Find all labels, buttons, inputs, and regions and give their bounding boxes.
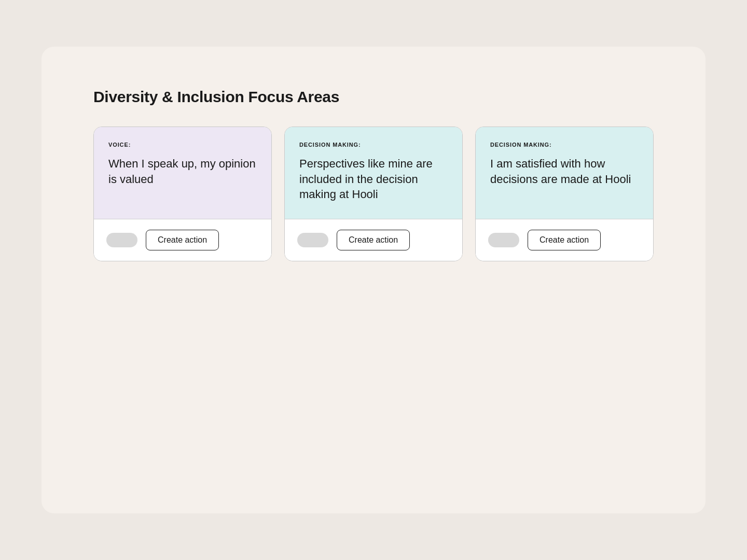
card-top-voice: VOICE: When I speak up, my opinion is va… — [94, 127, 271, 219]
pill-placeholder-decision-2 — [488, 233, 519, 247]
card-category-voice: VOICE: — [108, 142, 257, 148]
create-action-button-decision-2[interactable]: Create action — [528, 230, 601, 250]
card-bottom-voice: Create action — [94, 219, 271, 261]
card-category-decision-2: DECISION MAKING: — [490, 142, 639, 148]
card-voice: VOICE: When I speak up, my opinion is va… — [93, 127, 272, 261]
create-action-button-decision-1[interactable]: Create action — [337, 230, 410, 250]
card-body-decision-1: Perspectives like mine are included in t… — [299, 156, 448, 202]
page-title: Diversity & Inclusion Focus Areas — [93, 88, 654, 106]
create-action-button-voice[interactable]: Create action — [146, 230, 219, 250]
card-body-voice: When I speak up, my opinion is valued — [108, 156, 257, 187]
card-top-decision-1: DECISION MAKING: Perspectives like mine … — [285, 127, 462, 219]
card-top-decision-2: DECISION MAKING: I am satisfied with how… — [476, 127, 653, 219]
card-category-decision-1: DECISION MAKING: — [299, 142, 448, 148]
cards-row: VOICE: When I speak up, my opinion is va… — [93, 127, 654, 261]
card-decision-2: DECISION MAKING: I am satisfied with how… — [475, 127, 654, 261]
pill-placeholder-voice — [106, 233, 137, 247]
card-decision-1: DECISION MAKING: Perspectives like mine … — [284, 127, 463, 261]
pill-placeholder-decision-1 — [297, 233, 328, 247]
card-body-decision-2: I am satisfied with how decisions are ma… — [490, 156, 639, 187]
card-bottom-decision-2: Create action — [476, 219, 653, 261]
card-bottom-decision-1: Create action — [285, 219, 462, 261]
main-container: Diversity & Inclusion Focus Areas VOICE:… — [42, 47, 706, 513]
